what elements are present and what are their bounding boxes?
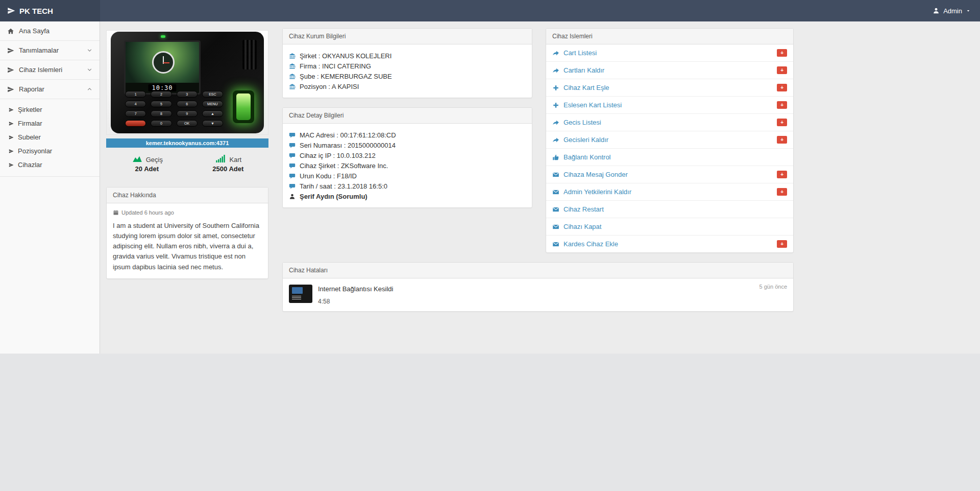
kurum-row-text: Pozisyon : A KAPISI bbox=[300, 83, 359, 90]
add-badge-button[interactable]: + bbox=[777, 101, 787, 109]
op-link[interactable]: Kardes Cihaz Ekle bbox=[552, 240, 618, 248]
sidebar-item-firmalar[interactable]: Firmalar bbox=[0, 116, 100, 130]
add-badge-button[interactable]: + bbox=[777, 66, 787, 74]
top-navbar: PK TECH Admin bbox=[0, 0, 980, 21]
detail-row: Cihaz iç IP : 10.0.103.212 bbox=[289, 150, 526, 160]
paper-plane-icon bbox=[7, 86, 14, 93]
sidebar-item-cihaz-islemleri[interactable]: Cihaz Islemleri bbox=[0, 60, 100, 80]
signal-bars-icon bbox=[214, 153, 227, 163]
sidebar-item-tanimlamalar[interactable]: Tanımlamalar bbox=[0, 41, 100, 60]
detail-row-text: Tarih / saat : 23.1.2018 16:5:0 bbox=[300, 182, 387, 190]
op-link[interactable]: Cart Listesi bbox=[552, 49, 597, 57]
op-link[interactable]: Cihaz Restart bbox=[552, 205, 604, 213]
op-link[interactable]: Cihazı Kapat bbox=[552, 223, 601, 230]
sidebar-item-pozisyonlar[interactable]: Pozisyonlar bbox=[0, 144, 100, 158]
kurum-row: Şube : KEMERBURGAZ SUBE bbox=[289, 71, 526, 81]
device-body: 10:30 1 2 3 ESC 4 5 6 MENU 7 8 9 bbox=[111, 32, 264, 133]
op-row-gecis-listesi: Gecis Listesi + bbox=[546, 114, 793, 131]
envelope-icon bbox=[552, 189, 559, 196]
bank-icon bbox=[289, 73, 296, 80]
envelope-icon bbox=[552, 241, 559, 248]
user-icon bbox=[933, 7, 940, 14]
arrow-icon bbox=[9, 162, 14, 168]
error-ago: 5 gün önce bbox=[760, 284, 787, 290]
thumbs-up-icon bbox=[552, 154, 559, 161]
stat-gecis: Geçiş 20 Adet bbox=[131, 153, 163, 173]
responsible-name: Şerif Aydın (Sorumlu) bbox=[300, 193, 368, 200]
brand[interactable]: PK TECH bbox=[0, 0, 100, 21]
panel-title: Cihaz Detay Bilgileri bbox=[283, 108, 532, 124]
error-message: Internet Bağlantısı Kesildi bbox=[318, 285, 393, 293]
detail-row-text: Cihaz iç IP : 10.0.103.212 bbox=[300, 152, 376, 159]
bank-icon bbox=[289, 83, 296, 90]
envelope-icon bbox=[552, 206, 559, 213]
add-badge-button[interactable]: + bbox=[777, 49, 787, 57]
kurum-row-text: Şirket : OKYANUS KOLEJLERI bbox=[300, 52, 391, 60]
arrow-icon bbox=[9, 121, 14, 126]
updated-text: Updated 6 hours ago bbox=[121, 209, 174, 216]
chevron-down-icon bbox=[87, 67, 92, 73]
comment-icon bbox=[289, 173, 296, 179]
op-link[interactable]: Cihaz Kart Eşle bbox=[552, 84, 609, 91]
device-led bbox=[161, 35, 165, 38]
paper-plane-icon bbox=[7, 66, 14, 74]
op-link[interactable]: Eslesen Kart Listesi bbox=[552, 101, 622, 109]
comment-icon bbox=[289, 162, 296, 169]
detail-row: MAC Adresi : 00:17:61:12:08:CD bbox=[289, 130, 526, 140]
add-badge-button[interactable]: + bbox=[777, 119, 787, 126]
sidebar-item-cihazlar[interactable]: Cihazlar bbox=[0, 158, 100, 172]
sidebar-subitem-label: Subeler bbox=[18, 133, 41, 141]
panel-title: Cihaz Hakkında bbox=[107, 188, 268, 203]
bank-icon bbox=[289, 63, 296, 69]
op-link[interactable]: Gecisleri Kaldır bbox=[552, 136, 608, 144]
device-digital-clock: 10:30 bbox=[148, 84, 176, 91]
sidebar-item-ana-sayfa[interactable]: Ana Sayfa bbox=[0, 21, 100, 41]
op-link[interactable]: Gecis Listesi bbox=[552, 119, 601, 126]
device-key: ESC bbox=[202, 91, 223, 98]
paper-plane-icon bbox=[7, 7, 15, 15]
op-link[interactable]: Admin Yetkilerini Kaldır bbox=[552, 188, 631, 196]
stat-value: 20 Adet bbox=[131, 165, 163, 173]
user-label: Admin bbox=[943, 7, 962, 15]
fingerprint-scanner-glass bbox=[236, 93, 251, 120]
add-badge-button[interactable]: + bbox=[777, 240, 787, 248]
comment-icon bbox=[289, 183, 296, 190]
add-badge-button[interactable]: + bbox=[777, 84, 787, 91]
envelope-icon bbox=[552, 171, 559, 178]
device-address-bar[interactable]: kemer.teknookyanus.com:4371 bbox=[106, 138, 268, 148]
device-key: ▲ bbox=[202, 110, 223, 117]
device-key: 5 bbox=[151, 101, 172, 107]
op-link[interactable]: Cartları Kaldır bbox=[552, 66, 604, 74]
detail-row: Seri Numarası : 2015000000014 bbox=[289, 140, 526, 150]
op-row-cihaza-mesaj-gonder: Cihaza Mesaj Gonder + bbox=[546, 166, 793, 183]
comment-icon bbox=[289, 152, 296, 159]
kurum-row-text: Firma : INCI CATERING bbox=[300, 62, 371, 70]
detail-row: Tarih / saat : 23.1.2018 16:5:0 bbox=[289, 181, 526, 191]
op-row-cihaz-kart-esle: Cihaz Kart Eşle + bbox=[546, 79, 793, 97]
share-icon bbox=[552, 50, 559, 57]
fingerprint-scanner bbox=[233, 90, 254, 123]
op-label: Gecis Listesi bbox=[564, 119, 601, 126]
detail-row-text: Seri Numarası : 2015000000014 bbox=[300, 142, 396, 149]
kurum-row-text: Şube : KEMERBURGAZ SUBE bbox=[300, 73, 392, 80]
user-menu[interactable]: Admin bbox=[923, 0, 980, 21]
sidebar-subitem-label: Şirketler bbox=[18, 106, 42, 113]
add-badge-button[interactable]: + bbox=[777, 188, 787, 196]
op-link[interactable]: Bağlantı Kontrol bbox=[552, 153, 611, 161]
caret-down-icon bbox=[966, 8, 971, 13]
device-key: 1 bbox=[125, 91, 146, 98]
sidebar-item-sirketler[interactable]: Şirketler bbox=[0, 103, 100, 116]
op-label: Cihazı Kapat bbox=[564, 223, 601, 230]
op-row-cart-listesi: Cart Listesi + bbox=[546, 44, 793, 62]
add-badge-button[interactable]: + bbox=[777, 136, 787, 144]
add-badge-button[interactable]: + bbox=[777, 171, 787, 178]
brand-label: PK TECH bbox=[19, 7, 53, 15]
sidebar-item-raporlar[interactable]: Raporlar bbox=[0, 80, 100, 99]
sidebar-item-subeler[interactable]: Subeler bbox=[0, 130, 100, 144]
op-label: Kardes Cihaz Ekle bbox=[564, 240, 618, 248]
op-link[interactable]: Cihaza Mesaj Gonder bbox=[552, 171, 628, 178]
arrow-icon bbox=[9, 149, 14, 154]
error-time: 4:58 bbox=[318, 298, 393, 305]
share-icon bbox=[552, 67, 559, 74]
device-key: ▼ bbox=[202, 120, 223, 127]
